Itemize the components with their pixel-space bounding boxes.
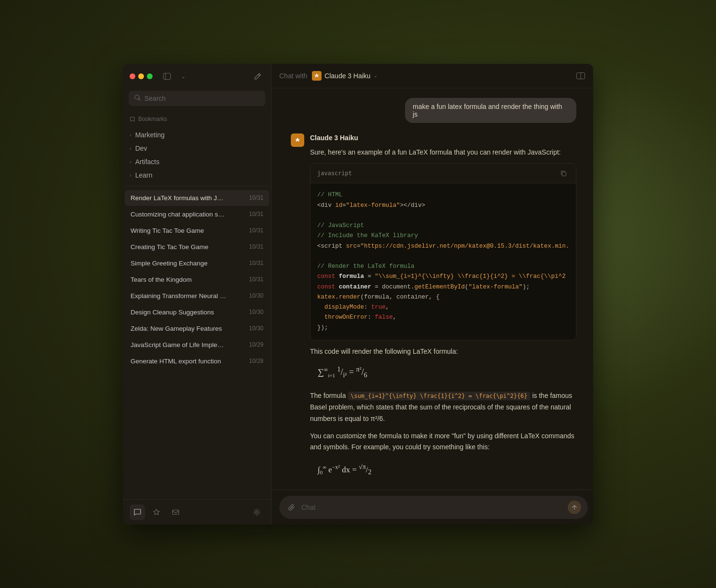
- math-display-1: ∑∞i=1 1/i² = π²/6: [310, 360, 576, 384]
- code-lang: javascript: [317, 169, 352, 178]
- folder-dev[interactable]: › Dev: [123, 142, 271, 155]
- chat-item-5[interactable]: Tears of the Kingdom 10/31: [125, 272, 269, 288]
- sidebar: ⌄: [123, 64, 272, 525]
- chat-input-box: [279, 496, 588, 519]
- folder-chevron-icon: ›: [130, 172, 131, 178]
- main-area: Chat with Claude 3 Haiku ⌄: [272, 64, 593, 525]
- chat-item-9[interactable]: JavaScript Game of Life Implementati... …: [125, 337, 269, 353]
- attach-button[interactable]: [286, 502, 298, 513]
- model-icon: [312, 71, 322, 81]
- chat-item-title-4: Simple Greeting Exchange: [131, 260, 208, 267]
- chat-input-area: [272, 490, 593, 525]
- chat-list: Render LaTeX formulas with JavaScript 10…: [123, 190, 271, 369]
- chat-input[interactable]: [301, 504, 564, 511]
- chat-item-title-0: Render LaTeX formulas with JavaScript: [131, 194, 227, 202]
- layout-button[interactable]: [573, 69, 588, 83]
- formula-text: This code will render the following LaTe…: [310, 346, 576, 357]
- folder-chevron-icon: ›: [130, 145, 131, 151]
- star-tab-button[interactable]: [149, 504, 164, 520]
- search-box[interactable]: [129, 91, 265, 106]
- chat-with-label: Chat with: [279, 72, 307, 80]
- assistant-name: Claude 3 Haiku: [310, 132, 576, 143]
- chat-item-title-5: Tears of the Kingdom: [131, 276, 192, 283]
- folder-learn-label: Learn: [135, 171, 153, 179]
- inline-code: \sum_{i=1}^{\infty} \frac{1}{i^2} = \fra…: [348, 392, 530, 400]
- code-block: javascript // HTML <div id="latex-formul…: [310, 163, 576, 340]
- folder-artifacts[interactable]: › Artifacts: [123, 155, 271, 168]
- chat-item-date-8: 10/30: [249, 325, 263, 332]
- model-chevron-icon: ⌄: [373, 72, 378, 79]
- chat-item-title-9: JavaScript Game of Life Implementati...: [131, 341, 227, 348]
- copy-button[interactable]: [558, 168, 569, 179]
- search-icon: [134, 95, 141, 102]
- traffic-lights: [130, 73, 153, 79]
- folder-learn[interactable]: › Learn: [123, 168, 271, 182]
- chat-item-date-3: 10/31: [249, 243, 263, 250]
- chat-item-date-2: 10/31: [249, 227, 263, 234]
- svg-point-5: [256, 511, 258, 513]
- folder-marketing-label: Marketing: [135, 131, 165, 139]
- bookmarks-section: Bookmarks: [123, 112, 271, 128]
- chat-item-10[interactable]: Generate HTML export function 10/28: [125, 353, 269, 369]
- chat-item-date-6: 10/30: [249, 292, 263, 299]
- sidebar-header: ⌄: [123, 64, 271, 87]
- sidebar-toggle-button[interactable]: [160, 70, 174, 83]
- bookmarks-label: Bookmarks: [130, 116, 264, 122]
- chat-item-0[interactable]: Render LaTeX formulas with JavaScript 10…: [125, 190, 269, 206]
- folder-chevron-icon: ›: [130, 159, 131, 165]
- traffic-light-green[interactable]: [147, 73, 153, 79]
- sidebar-content: Bookmarks › Marketing › Dev › Artifacts …: [123, 110, 271, 499]
- chat-item-title-3: Creating Tic Tac Toe Game: [131, 243, 208, 251]
- chat-item-2[interactable]: Writing Tic Tac Toe Game 10/31: [125, 223, 269, 239]
- svg-rect-4: [173, 510, 179, 514]
- chat-item-date-7: 10/30: [249, 309, 263, 315]
- settings-button[interactable]: [249, 504, 264, 520]
- mail-tab-button[interactable]: [168, 504, 183, 520]
- svg-rect-0: [164, 73, 171, 79]
- chat-item-3[interactable]: Creating Tic Tac Toe Game 10/31: [125, 239, 269, 255]
- code-content: // HTML <div id="latex-formula"></div> /…: [310, 183, 576, 340]
- svg-rect-8: [562, 172, 566, 176]
- header-right: [573, 69, 588, 83]
- new-chat-button[interactable]: [251, 70, 264, 83]
- chat-item-date-9: 10/29: [249, 341, 263, 348]
- chat-item-4[interactable]: Simple Greeting Exchange 10/31: [125, 255, 269, 271]
- folder-dev-label: Dev: [135, 144, 147, 152]
- chat-item-7[interactable]: Design Cleanup Suggestions 10/30: [125, 304, 269, 320]
- chevron-down-icon[interactable]: ⌄: [177, 70, 190, 83]
- assistant-content: Claude 3 Haiku Sure, here's an example o…: [310, 132, 576, 490]
- chat-item-title-2: Writing Tic Tac Toe Game: [131, 227, 204, 234]
- chat-header: Chat with Claude 3 Haiku ⌄: [272, 64, 593, 88]
- chat-item-date-0: 10/31: [249, 194, 263, 201]
- divider: [123, 186, 271, 186]
- chat-item-title-1: Customizing chat application settings: [131, 211, 227, 218]
- traffic-light-red[interactable]: [130, 73, 135, 79]
- chat-tab-button[interactable]: [130, 504, 145, 520]
- folder-artifacts-label: Artifacts: [135, 158, 160, 166]
- send-button[interactable]: [568, 501, 581, 514]
- model-selector[interactable]: Claude 3 Haiku ⌄: [312, 71, 378, 81]
- chat-item-title-8: Zelda: New Gameplay Features: [131, 325, 222, 332]
- folder-marketing[interactable]: › Marketing: [123, 128, 271, 142]
- chat-item-1[interactable]: Customizing chat application settings 10…: [125, 206, 269, 222]
- intro-text: Sure, here's an example of a fun LaTeX f…: [310, 147, 576, 157]
- chat-item-date-5: 10/31: [249, 276, 263, 283]
- assistant-avatar: [291, 133, 304, 147]
- svg-line-3: [139, 99, 140, 100]
- chat-item-title-6: Explaining Transformer Neural Netw...: [131, 292, 227, 300]
- traffic-light-yellow[interactable]: [138, 73, 144, 79]
- chat-item-8[interactable]: Zelda: New Gameplay Features 10/30: [125, 321, 269, 336]
- model-name: Claude 3 Haiku: [324, 72, 370, 80]
- customize-text: You can customize the formula to make it…: [310, 431, 576, 454]
- assistant-message: Claude 3 Haiku Sure, here's an example o…: [291, 132, 576, 490]
- explanation-text: The formula \sum_{i=1}^{\infty} \frac{1}…: [310, 390, 576, 424]
- chat-item-6[interactable]: Explaining Transformer Neural Netw... 10…: [125, 288, 269, 304]
- user-message: make a fun latex formula and render the …: [291, 98, 576, 123]
- sidebar-toggle-group: ⌄: [160, 70, 190, 83]
- chat-item-date-1: 10/31: [249, 211, 263, 217]
- math-display-2: ∫0∞ e−x² dx = √π/2: [310, 458, 576, 481]
- search-input[interactable]: [144, 95, 260, 102]
- chat-item-title-7: Design Cleanup Suggestions: [131, 309, 214, 316]
- code-header: javascript: [310, 164, 576, 183]
- chat-messages: make a fun latex formula and render the …: [272, 88, 593, 490]
